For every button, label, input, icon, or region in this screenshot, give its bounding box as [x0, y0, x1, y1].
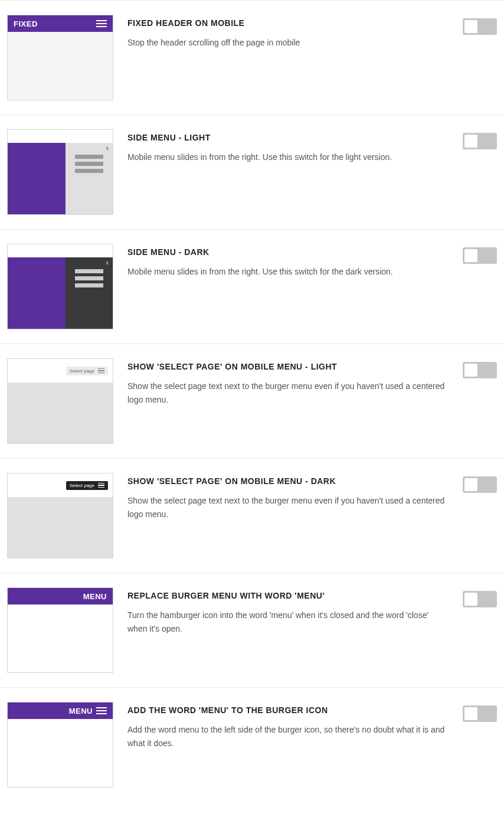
option-title: REPLACE BURGER MENU WITH WORD 'MENU'	[127, 591, 449, 600]
hamburger-icon	[96, 707, 107, 714]
option-fixed-header: FIXED FIXED HEADER ON MOBILE Stop the he…	[0, 0, 504, 115]
option-desc: Stop the header scrolling off the page i…	[127, 36, 449, 50]
thumb-header	[8, 130, 113, 143]
option-desc: Show the select page text next to the bu…	[127, 494, 449, 521]
toggle-fixed-header[interactable]	[463, 18, 497, 35]
thumb-side-menu-dark: x	[7, 244, 113, 329]
thumb-fixed-header: FIXED	[7, 15, 113, 100]
thumb-header: MENU	[8, 702, 113, 719]
hamburger-icon	[98, 368, 104, 374]
thumb-side-menu-light: x	[7, 129, 113, 215]
option-content: SIDE MENU - DARK Mobile menu slides in f…	[127, 244, 449, 279]
toggle-select-page-light[interactable]	[463, 362, 497, 378]
thumb-header: FIXED	[8, 15, 113, 32]
thumb-right: x	[66, 143, 113, 214]
hamburger-icon	[98, 483, 104, 488]
option-side-menu-dark: x SIDE MENU - DARK Mobile menu slides in…	[0, 229, 504, 344]
thumb-right: x	[66, 257, 113, 329]
thumb-body: x	[8, 143, 113, 214]
thumb-label: MENU	[69, 707, 93, 715]
menu-line	[75, 276, 103, 280]
toggle-knob	[464, 707, 477, 720]
thumb-left	[8, 257, 66, 329]
toggle-side-menu-light[interactable]	[463, 133, 497, 149]
option-content: ADD THE WORD 'MENU' TO THE BURGER ICON A…	[127, 702, 449, 750]
thumb-header	[8, 244, 113, 257]
option-title: ADD THE WORD 'MENU' TO THE BURGER ICON	[127, 705, 449, 715]
select-page-text: Select page	[70, 368, 94, 374]
toggle-select-page-dark[interactable]	[463, 476, 497, 493]
thumb-header: Select page	[8, 473, 113, 497]
option-title: SIDE MENU - DARK	[127, 247, 449, 257]
option-content: SIDE MENU - LIGHT Mobile menu slides in …	[127, 129, 449, 164]
thumb-header: MENU	[8, 588, 113, 604]
select-page-text: Select page	[70, 483, 94, 488]
option-select-page-dark: Select page SHOW 'SELECT PAGE' ON MOBILE…	[0, 458, 504, 573]
option-replace-burger-menu: MENU REPLACE BURGER MENU WITH WORD 'MENU…	[0, 573, 504, 687]
menu-line	[75, 169, 103, 173]
option-desc: Mobile menu slides in from the right. Us…	[127, 265, 449, 279]
thumb-add-word-menu: MENU	[7, 702, 113, 787]
toggle-knob	[464, 20, 477, 33]
close-icon: x	[106, 145, 109, 151]
thumb-body: x	[8, 257, 113, 329]
toggle-knob	[464, 593, 477, 606]
select-page-pill: Select page	[66, 481, 108, 490]
thumb-header: Select page	[8, 359, 113, 383]
hamburger-icon	[96, 20, 107, 27]
select-page-pill: Select page	[66, 367, 108, 375]
option-desc: Show the select page text next to the bu…	[127, 380, 449, 407]
toggle-knob	[464, 364, 477, 377]
option-content: FIXED HEADER ON MOBILE Stop the header s…	[127, 15, 449, 50]
toggle-replace-burger[interactable]	[463, 591, 497, 607]
menu-line	[75, 155, 103, 159]
option-side-menu-light: x SIDE MENU - LIGHT Mobile menu slides i…	[0, 115, 504, 229]
toggle-knob	[464, 478, 477, 491]
thumb-select-page-dark: Select page	[7, 473, 113, 558]
toggle-add-word-menu[interactable]	[463, 705, 497, 722]
menu-line	[75, 283, 103, 287]
thumb-replace-burger: MENU	[7, 587, 113, 673]
menu-line	[75, 162, 103, 166]
option-desc: Turn the hamburger icon into the word 'm…	[127, 609, 449, 636]
thumb-select-page-light: Select page	[7, 358, 113, 444]
toggle-knob	[464, 249, 477, 262]
close-icon: x	[106, 260, 109, 266]
option-add-word-menu: MENU ADD THE WORD 'MENU' TO THE BURGER I…	[0, 687, 504, 802]
toggle-side-menu-dark[interactable]	[463, 247, 497, 264]
option-title: FIXED HEADER ON MOBILE	[127, 18, 449, 28]
thumb-left	[8, 143, 66, 214]
thumb-label: MENU	[83, 592, 107, 601]
option-select-page-light: Select page SHOW 'SELECT PAGE' ON MOBILE…	[0, 344, 504, 458]
menu-line	[75, 269, 103, 273]
option-title: SHOW 'SELECT PAGE' ON MOBILE MENU - LIGH…	[127, 362, 449, 371]
option-content: SHOW 'SELECT PAGE' ON MOBILE MENU - DARK…	[127, 473, 449, 521]
option-content: REPLACE BURGER MENU WITH WORD 'MENU' Tur…	[127, 587, 449, 636]
option-content: SHOW 'SELECT PAGE' ON MOBILE MENU - LIGH…	[127, 358, 449, 407]
option-desc: Add the word menu to the left side of th…	[127, 723, 449, 750]
option-desc: Mobile menu slides in from the right. Us…	[127, 151, 449, 164]
option-title: SHOW 'SELECT PAGE' ON MOBILE MENU - DARK	[127, 476, 449, 486]
toggle-knob	[464, 135, 477, 148]
option-title: SIDE MENU - LIGHT	[127, 133, 449, 142]
thumb-label: FIXED	[14, 19, 38, 28]
